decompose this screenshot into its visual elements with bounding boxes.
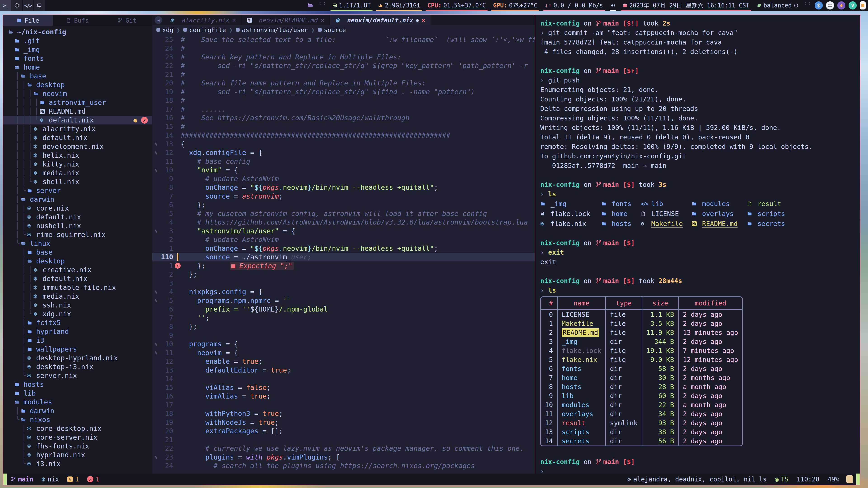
code-line[interactable]: 7 source = astronvim; <box>152 192 535 201</box>
workspace-browser-button[interactable] <box>11 0 23 11</box>
tree-item[interactable]: │❄desktop-i3.nix <box>3 362 152 371</box>
git-branch-status[interactable]: main <box>7 476 37 483</box>
tree-item[interactable]: │❄hyprland.nix <box>3 451 152 459</box>
clipped-tray-icon[interactable] <box>860 1 866 9</box>
tree-item[interactable]: ││❄default.nix <box>3 213 152 221</box>
scroll-indicator[interactable] <box>846 475 853 483</box>
code-line[interactable]: 14 <box>152 375 535 383</box>
tree-item[interactable]: │││❄default.nix <box>3 133 152 142</box>
code-line[interactable]: ∨11 neovim = { <box>152 348 535 357</box>
tree-item[interactable]: │❄desktop-hyprland.nix <box>3 354 152 362</box>
code-line[interactable]: 21 <box>152 435 535 444</box>
code-line[interactable]: 14######################################… <box>152 131 535 140</box>
tree-item[interactable]: │base <box>3 72 152 80</box>
tree-item[interactable]: modules <box>3 398 152 406</box>
code-line[interactable]: 18 withPython3 = true; <box>152 410 535 418</box>
tree-item[interactable]: │darwin <box>3 195 152 204</box>
buffer-tab[interactable]: ❄neovim/default.nix●× <box>330 15 431 25</box>
tab-scroll-left-button[interactable]: ◀ <box>152 15 164 25</box>
code-line[interactable]: ∨4 nixpkgs.config = { <box>152 288 535 296</box>
tree-item[interactable]: ││❄default.nix <box>3 274 152 283</box>
tree-item[interactable]: ││╰❄shell.nix <box>3 177 152 186</box>
neotree-tab-file[interactable]: File <box>3 15 53 26</box>
code-line[interactable]: 5 # my c​usotom astronvim config, astron… <box>152 209 535 218</box>
bluetooth-tray-icon[interactable] <box>815 1 823 9</box>
tree-item[interactable]: │││❄development.nix <box>3 142 152 151</box>
code-line[interactable]: 1 onChange = "${pkgs.neovim}/bin/nvim --… <box>152 244 535 253</box>
tree-item[interactable]: │││❄kitty.nix <box>3 160 152 168</box>
buffer-tab[interactable]: M↓neovim/README.md× <box>242 15 330 25</box>
code-line[interactable]: 21# <box>152 70 535 79</box>
terminal-pane[interactable]: nix-config on main [$!] took 2s› git com… <box>535 15 860 474</box>
code-line[interactable]: 2 }; <box>152 270 535 279</box>
code-line[interactable]: 12 enable = true; <box>152 357 535 366</box>
tree-item[interactable]: ││││astronvim_user <box>3 98 152 107</box>
code-line[interactable]: 16# See https://astronvim.com/Basic%20Us… <box>152 113 535 123</box>
close-tab-icon[interactable]: × <box>422 17 425 24</box>
code-line[interactable]: 2 # update AstroNvim <box>152 235 535 244</box>
code-line[interactable]: 22 # currently we use lazy.nvim as neovi… <box>152 444 535 453</box>
tree-item[interactable]: ╰❄server.nix <box>3 371 152 380</box>
tree-item[interactable]: │base <box>3 248 152 257</box>
code-line[interactable]: ∨3 "astronvim/lua/user" = { <box>152 227 535 235</box>
code-line[interactable]: 110 source = ./astronvim_user; <box>152 253 535 262</box>
close-tab-icon[interactable]: × <box>232 17 236 24</box>
code-line[interactable]: 20 extraPackages = []; <box>152 427 535 435</box>
tree-item[interactable]: ││❄creative.nix <box>3 265 152 274</box>
neotree-tab-bufs[interactable]: Bufs <box>53 15 102 26</box>
code-line[interactable]: 7 ''; <box>152 314 535 322</box>
code-line[interactable]: 15# <box>152 122 535 131</box>
code-line[interactable]: ∨12 xdg.configFile = { <box>152 149 535 157</box>
tree-item[interactable]: ││desktop <box>3 80 152 89</box>
code-line[interactable]: 15 viAlias = false; <box>152 383 535 392</box>
workspace-terminal-button[interactable]: >_ <box>0 0 11 11</box>
code-line[interactable]: 16 vimAlias = true; <box>152 392 535 401</box>
tree-item[interactable]: hosts <box>3 380 152 389</box>
input-method-tray-icon[interactable] <box>826 1 834 9</box>
tree-item[interactable]: │fcitx5 <box>3 318 152 327</box>
neotree-tab-git[interactable]: Git <box>102 15 152 26</box>
breadcrumb-item[interactable]: source <box>318 26 346 33</box>
code-line[interactable]: 19 withNodeJs = true; <box>152 418 535 427</box>
tree-item[interactable]: │darwin <box>3 406 152 415</box>
tree-item[interactable]: ╰❄i3.nix <box>3 459 152 468</box>
tree-item[interactable]: │╰❄rime-squirrel.nix <box>3 230 152 239</box>
proxy-tray-icon[interactable]: V <box>848 1 857 9</box>
workspace-code-button[interactable]: </> <box>23 0 34 11</box>
tree-item[interactable]: ╰nixos <box>3 415 152 424</box>
tree-item[interactable]: │hyprland <box>3 327 152 336</box>
tree-item[interactable]: ││❄ssh.nix <box>3 301 152 310</box>
tree-item[interactable]: │││❄helix.nix <box>3 151 152 160</box>
code-line[interactable]: 17# ...... <box>152 105 535 113</box>
workspace-monitor-button[interactable] <box>34 0 45 11</box>
tree-item[interactable]: ││❄core.nix <box>3 204 152 213</box>
tree-item[interactable]: ││❄media.nix <box>3 292 152 301</box>
diagnostics-errors[interactable]: ✗ 1 <box>83 476 103 483</box>
close-file-icon[interactable]: ✗ <box>141 117 148 124</box>
code-line[interactable]: 18# <box>152 96 535 105</box>
diagnostics-edits[interactable]: ✎ 1 <box>63 476 83 483</box>
tree-item[interactable]: │││❄alacritty.nix <box>3 125 152 133</box>
code-line[interactable]: ∨10 programs = { <box>152 340 535 349</box>
tree-item[interactable]: │❄core-server.nix <box>3 433 152 442</box>
tree-item[interactable]: │i3 <box>3 336 152 345</box>
recent-folder-indicator[interactable] <box>303 0 317 11</box>
tree-item[interactable]: │││╰❄default.nix●✗ <box>3 116 152 125</box>
code-line[interactable]: 8 }; <box>152 322 535 331</box>
code-line[interactable]: ∨13{ <box>152 140 535 149</box>
breadcrumb-item[interactable]: configFile <box>183 26 226 33</box>
tree-item[interactable]: _img <box>3 45 152 54</box>
code-line[interactable]: 25# Save the selected text to a file: `:… <box>152 35 535 44</box>
code-line[interactable]: 23# Search key pattern and Replace in Mu… <box>152 53 535 61</box>
code-line[interactable]: 9 # update AstroNvim <box>152 174 535 183</box>
tree-item[interactable]: ~/nix-config <box>3 28 152 36</box>
code-line[interactable]: 1✗ }; ■ Expecting ";" <box>152 261 535 270</box>
tree-item[interactable]: home <box>3 63 152 72</box>
tree-item[interactable]: │❄fhs-fonts.nix <box>3 442 152 451</box>
tree-item[interactable]: .git <box>3 36 152 45</box>
code-line[interactable]: 24 # search all the plugins using https:… <box>152 462 535 470</box>
tree-item[interactable]: lib <box>3 389 152 398</box>
close-tab-icon[interactable]: × <box>320 17 324 24</box>
volume-module[interactable] <box>607 0 619 11</box>
tree-item[interactable]: ││││M↓README.md <box>3 107 152 116</box>
